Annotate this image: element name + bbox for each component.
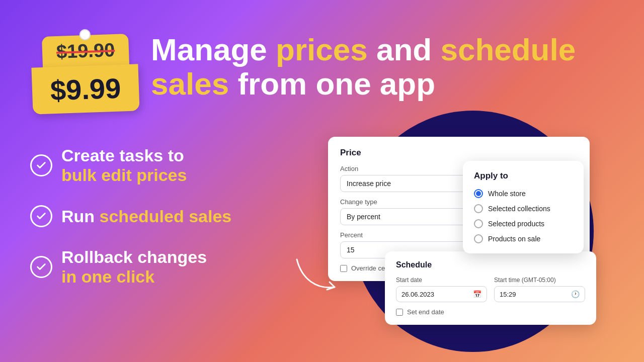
calendar-icon: 📅 xyxy=(473,290,481,298)
date-row: Start date 26.06.2023 📅 Start time (GMT-… xyxy=(396,277,585,302)
radio-label-selected-collections: Selected collections xyxy=(488,205,550,213)
radio-selected-products[interactable]: Selected products xyxy=(474,219,573,228)
radio-label-products-on-sale: Products on sale xyxy=(488,235,540,243)
feature-text-2: Run scheduled sales xyxy=(61,207,231,226)
set-end-date-row: Set end date xyxy=(396,308,585,316)
features-list: Create tasks to bulk edit prices Run sch… xyxy=(30,146,231,287)
feature-text-1: Create tasks to bulk edit prices xyxy=(61,146,187,185)
clock-icon: 🕐 xyxy=(571,290,580,298)
radio-selected-collections[interactable]: Selected collections xyxy=(474,204,573,213)
radio-circle-selected-collections xyxy=(474,204,483,213)
apply-to-card: Apply to Whole store Selected collection… xyxy=(463,161,584,253)
override-cents-checkbox[interactable] xyxy=(340,265,347,272)
headline-line2: sales from one app xyxy=(151,66,435,101)
new-price-tag: $9.99 xyxy=(31,64,139,114)
start-time-label: Start time (GMT-05:00) xyxy=(494,277,585,284)
check-icon-2 xyxy=(30,205,52,227)
price-card-title: Price xyxy=(340,148,578,158)
radio-products-on-sale[interactable]: Products on sale xyxy=(474,234,573,243)
schedule-card-title: Schedule xyxy=(396,260,585,269)
feature-item-2: Run scheduled sales xyxy=(30,205,231,227)
price-tag-container: $19.90 $9.99 xyxy=(30,35,141,113)
set-end-date-label: Set end date xyxy=(407,308,444,316)
radio-label-whole-store: Whole store xyxy=(488,190,526,198)
schedule-card: Schedule Start date 26.06.2023 📅 Start t… xyxy=(385,251,596,325)
feature-text-3: Rollback changes in one click xyxy=(61,247,207,287)
start-date-input[interactable]: 26.06.2023 📅 xyxy=(396,286,487,302)
headline: Manage prices and schedule sales from on… xyxy=(151,33,614,101)
set-end-date-checkbox[interactable] xyxy=(396,309,403,316)
radio-whole-store[interactable]: Whole store xyxy=(474,189,573,198)
check-icon-1 xyxy=(30,154,52,176)
radio-circle-products-on-sale xyxy=(474,234,483,243)
feature-item-1: Create tasks to bulk edit prices xyxy=(30,146,231,185)
radio-label-selected-products: Selected products xyxy=(488,220,544,228)
start-time-input[interactable]: 15:29 🕐 xyxy=(494,286,585,302)
headline-line1: Manage prices and schedule xyxy=(151,32,576,67)
radio-circle-selected-products xyxy=(474,219,483,228)
start-date-field: Start date 26.06.2023 📅 xyxy=(396,277,487,302)
apply-to-title: Apply to xyxy=(474,171,573,181)
feature-item-3: Rollback changes in one click xyxy=(30,247,231,287)
start-time-field: Start time (GMT-05:00) 15:29 🕐 xyxy=(494,277,585,302)
old-price-tag: $19.90 xyxy=(42,34,129,68)
check-icon-3 xyxy=(30,256,52,278)
start-date-label: Start date xyxy=(396,277,487,284)
radio-circle-whole-store xyxy=(474,189,483,198)
